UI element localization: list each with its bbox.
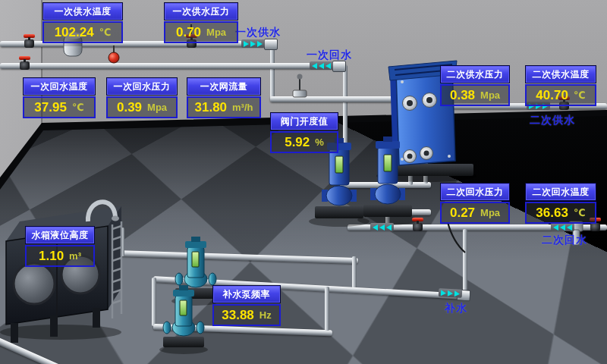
gauge-secondary-return-pressure[interactable]: 二次回水压力 0.27Mpa [440,183,510,224]
valve-primary-return-icon [20,61,30,70]
gauge-title: 一次回水压力 [106,77,178,96]
gauge-value: 0.38 [450,88,475,103]
gauge-value: 36.63 [536,206,568,221]
gauge-primary-return-temp[interactable]: 一次回水温度 37.95℃ [23,77,96,118]
pipe-label-primary-return: 一次回水 [307,49,352,62]
gauge-primary-supply-temp[interactable]: 一次供水温度 102.24℃ [42,2,123,43]
gauge-value: 33.88 [222,308,254,323]
gauge-title: 一次网流量 [187,77,261,96]
gauge-value-box: 31.80m³/h [187,96,261,118]
gauge-title: 二次供水温度 [525,65,596,83]
gauge-title: 一次供水压力 [164,2,238,20]
gauge-title: 二次供水压力 [440,65,510,83]
flow-arrows-secondary-return-2 [551,223,574,231]
gauge-title: 二次回水压力 [440,183,510,201]
gauge-secondary-supply-pressure[interactable]: 二次供水压力 0.38Mpa [440,65,510,106]
gauge-primary-supply-pressure[interactable]: 一次供水压力 0.70Mpa [164,2,238,43]
gauge-valve-opening[interactable]: 阀门开度值 5.92% [270,112,338,153]
gauge-secondary-return-temp[interactable]: 二次回水温度 36.63℃ [525,183,596,224]
gauge-value: 102.24 [55,25,94,40]
gauge-title: 一次回水温度 [23,77,96,96]
gauge-value-box: 33.88Hz [212,304,281,326]
gauge-primary-return-pressure[interactable]: 一次回水压力 0.39Mpa [106,77,178,118]
gauge-primary-flow[interactable]: 一次网流量 31.80m³/h [187,77,261,118]
gauge-value-box: 102.24℃ [42,21,123,43]
gauge-unit: Hz [259,309,272,321]
gauge-unit: ℃ [574,89,586,101]
gauge-unit: Mpa [206,27,226,38]
gauge-value-box: 5.92% [270,131,338,153]
gauge-unit: ℃ [99,27,112,38]
gauge-unit: Mpa [480,207,500,218]
pipe-label-makeup: 补水 [445,302,467,315]
gauge-value: 0.27 [450,206,475,221]
gauge-title: 水箱液位高度 [25,226,95,244]
equipment-layer [0,0,607,364]
valve-primary-supply-icon [24,39,34,48]
gauge-value: 5.92 [285,135,310,150]
flow-arrows-primary-supply [241,39,265,48]
hmi-heating-station-screen: 一次供水 一次回水 二次供水 二次回水 补水 一次供水温度 102.24℃ 一次… [0,0,607,364]
valve-secondary-return-icon [413,223,423,231]
tank-manhole-1 [14,263,55,304]
gauge-title: 二次回水温度 [525,183,596,201]
gauge-makeup-pump-freq[interactable]: 补水泵频率 33.88Hz [212,285,281,326]
pipe-label-primary-supply: 一次供水 [235,26,281,39]
gauge-value-box: 36.63℃ [525,202,596,224]
gauge-value: 0.70 [176,25,201,40]
gauge-value-box: 0.70Mpa [164,21,238,43]
gauge-unit: m³/h [232,102,253,113]
gauge-tank-level[interactable]: 水箱液位高度 1.10m³ [25,226,95,267]
gauge-value: 40.70 [536,88,568,103]
flow-arrows-secondary-return-1 [370,223,394,231]
gauge-value: 0.39 [117,100,142,115]
gauge-unit: Mpa [147,102,167,113]
gauge-unit: m³ [69,250,81,262]
gauge-value-box: 0.27Mpa [440,202,510,224]
flow-arrows-makeup [439,288,463,298]
gauge-value-box: 37.95℃ [23,96,96,118]
gauge-value-box: 0.38Mpa [440,84,510,106]
gauge-value-box: 0.39Mpa [106,96,178,118]
gauge-secondary-supply-temp[interactable]: 二次供水温度 40.70℃ [525,65,596,106]
gauge-title: 阀门开度值 [270,112,338,130]
pressure-sensor-cable [448,222,465,253]
gauge-unit: % [315,136,324,148]
gauge-unit: ℃ [72,102,84,113]
water-tank [6,202,121,343]
pipe-label-secondary-return: 二次回水 [542,234,587,247]
gauge-value-box: 40.70℃ [525,84,596,106]
gauge-unit: Mpa [480,89,500,101]
gauge-value: 37.95 [34,100,67,115]
pressure-gauge-icon [109,46,119,63]
gauge-unit: ℃ [574,207,586,218]
gauge-title: 一次供水温度 [42,2,123,20]
valve-return-end-icon [590,223,600,231]
gauge-value: 1.10 [39,249,64,264]
gauge-value-box: 1.10m³ [25,245,95,267]
gauge-value: 31.80 [195,100,228,115]
control-valve-icon [293,74,307,98]
gauge-title: 补水泵频率 [212,285,281,303]
pipe-label-secondary-supply: 二次供水 [530,114,575,127]
flow-arrows-primary-return [310,61,333,70]
